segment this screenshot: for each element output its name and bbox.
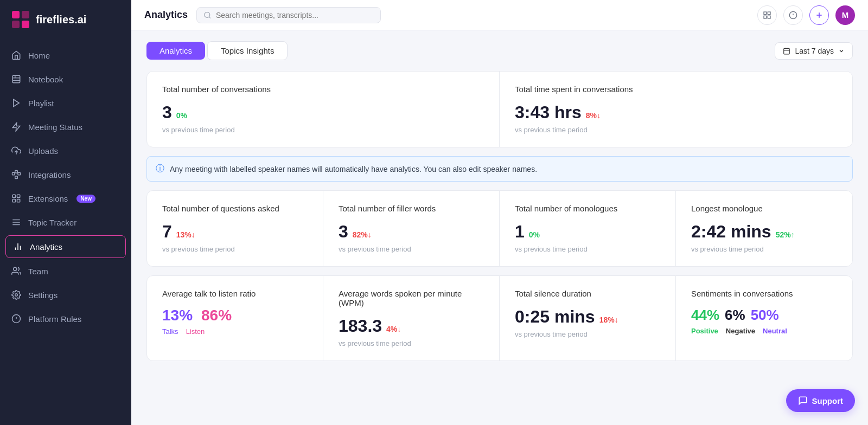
stat-pct-silence: 18%↓	[599, 315, 618, 324]
info-banner: ⓘ Any meeting with labelled speaker name…	[146, 156, 853, 182]
svg-rect-12	[18, 172, 21, 175]
stat-value-wpm: 183.3	[339, 316, 382, 336]
extensions-icon	[11, 193, 22, 204]
support-icon	[798, 396, 808, 405]
stat-label-sentiments: Sentiments in conversations	[691, 289, 837, 298]
stat-value-monologues: 1	[515, 222, 525, 242]
stat-value-conversations: 3	[162, 102, 172, 123]
info-icon-btn[interactable]	[783, 5, 803, 25]
sidebar-label-home: Home	[28, 51, 50, 60]
svg-point-30	[15, 294, 18, 297]
platform-rules-icon	[11, 313, 22, 324]
stat-pct-questions: 13%↓	[176, 230, 195, 239]
integrations-icon	[11, 169, 22, 180]
svg-rect-14	[15, 176, 18, 179]
svg-line-35	[209, 16, 210, 18]
stat-value-row-silence: 0:25 mins 18%↓	[515, 307, 660, 327]
stat-value-silence: 0:25 mins	[515, 307, 595, 327]
home-icon	[11, 50, 22, 61]
stat-vs-filler: vs previous time period	[339, 245, 484, 253]
stat-value-time: 3:43 hrs	[515, 102, 582, 123]
sidebar-item-integrations[interactable]: Integrations	[0, 163, 131, 186]
sidebar-item-notebook[interactable]: Notebook	[0, 67, 131, 91]
svg-rect-20	[17, 195, 20, 197]
stat-label-questions: Total number of questions asked	[162, 204, 308, 213]
calendar-icon	[783, 47, 790, 55]
svg-marker-8	[14, 99, 20, 107]
svg-rect-3	[22, 21, 29, 28]
sidebar-label-integrations: Integrations	[28, 170, 71, 179]
search-input[interactable]	[216, 11, 374, 20]
stat-card-wpm: Average words spoken per minute (WPM) 18…	[323, 276, 500, 360]
stat-value-longest: 2:42 mins	[691, 222, 771, 242]
header-title: Analytics	[144, 9, 188, 21]
sentiment-neu-value: 50%	[751, 307, 779, 324]
sidebar-item-home[interactable]: Home	[0, 43, 131, 67]
svg-rect-4	[12, 75, 20, 83]
content-area: Analytics Topics Insights Last 7 days To…	[131, 30, 868, 425]
stats-bottom-row: Average talk to listen ratio 13% 86% Tal…	[146, 275, 853, 361]
sidebar-item-topic-tracker[interactable]: Topic Tracker	[0, 210, 131, 234]
sentiment-neg-label: Negative	[726, 327, 755, 335]
stat-value-questions: 7	[162, 222, 172, 242]
stat-vs-silence: vs previous time period	[515, 330, 660, 338]
svg-rect-0	[12, 11, 20, 18]
sidebar-label-analytics: Analytics	[30, 242, 62, 252]
stat-card-sentiments: Sentiments in conversations 44% 6% 50% P…	[676, 276, 852, 360]
svg-rect-22	[17, 199, 20, 202]
stat-pct-wpm: 4%↓	[386, 325, 401, 333]
sidebar-item-uploads[interactable]: Uploads	[0, 139, 131, 163]
stat-value-row-time: 3:43 hrs 8%↓	[515, 102, 837, 123]
avatar[interactable]: M	[835, 5, 855, 25]
stat-vs-longest: vs previous time period	[691, 245, 837, 253]
grid-icon-btn[interactable]	[757, 5, 777, 25]
stat-vs-time: vs previous time period	[515, 126, 837, 134]
svg-rect-21	[12, 199, 15, 202]
sidebar-item-team[interactable]: Team	[0, 259, 131, 283]
date-filter[interactable]: Last 7 days	[775, 42, 853, 60]
sidebar-item-playlist[interactable]: Playlist	[0, 91, 131, 115]
support-button[interactable]: Support	[786, 389, 856, 412]
tab-analytics[interactable]: Analytics	[146, 42, 205, 60]
stat-label-conversations: Total number of conversations	[162, 85, 484, 94]
svg-rect-36	[764, 12, 767, 15]
add-icon-btn[interactable]	[809, 5, 829, 25]
sidebar-item-settings[interactable]: Settings	[0, 283, 131, 307]
plus-icon	[815, 11, 824, 20]
sidebar-label-uploads: Uploads	[28, 146, 58, 156]
stat-card-silence: Total silence duration 0:25 mins 18%↓ vs…	[500, 276, 676, 360]
stat-value-row-monologues: 1 0%	[515, 222, 660, 242]
search-bar[interactable]	[196, 7, 381, 23]
notebook-icon	[11, 74, 22, 85]
stat-vs-questions: vs previous time period	[162, 245, 308, 253]
main-content: Analytics M Analytics Topics Insights	[131, 0, 868, 425]
sidebar-item-extensions[interactable]: Extensions New	[0, 186, 131, 210]
stats-mid-row: Total number of questions asked 7 13%↓ v…	[146, 190, 853, 267]
stat-pct-longest: 52%↑	[776, 230, 795, 239]
sidebar-item-analytics[interactable]: Analytics	[5, 235, 126, 258]
svg-rect-1	[22, 11, 29, 18]
sidebar-label-team: Team	[28, 267, 48, 276]
svg-rect-2	[12, 21, 20, 28]
chevron-down-icon	[838, 48, 845, 54]
sidebar-label-settings: Settings	[28, 291, 58, 300]
sidebar-item-meeting-status[interactable]: Meeting Status	[0, 115, 131, 139]
playlist-icon	[11, 98, 22, 108]
stat-vs-monologues: vs previous time period	[515, 245, 660, 253]
sentiment-labels: Positive Negative Neutral	[691, 327, 837, 335]
tab-topics-insights[interactable]: Topics Insights	[207, 41, 288, 60]
stat-pct-monologues: 0%	[529, 230, 540, 239]
tabs-row: Analytics Topics Insights Last 7 days	[146, 41, 853, 60]
stat-label-longest-monologue: Longest monologue	[691, 204, 837, 213]
stat-value-row-filler: 3 82%↓	[339, 222, 484, 242]
logo[interactable]: fireflies.ai	[0, 0, 131, 39]
info-banner-icon: ⓘ	[156, 163, 164, 175]
date-filter-label: Last 7 days	[795, 47, 834, 55]
svg-rect-37	[768, 12, 770, 15]
sidebar-item-platform-rules[interactable]: Platform Rules	[0, 307, 131, 331]
sidebar-label-topic-tracker: Topic Tracker	[28, 218, 76, 227]
stat-value-filler: 3	[339, 222, 348, 242]
sidebar-label-notebook: Notebook	[28, 75, 63, 84]
stat-label-monologues: Total number of monologues	[515, 204, 660, 213]
stat-label-filler: Total number of filler words	[339, 204, 484, 213]
